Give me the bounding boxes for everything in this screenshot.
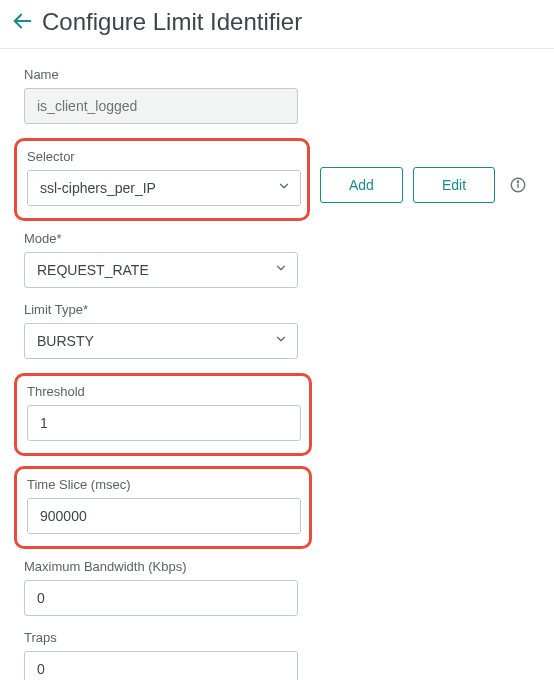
add-button[interactable]: Add	[320, 167, 403, 203]
selector-value: ssl-ciphers_per_IP	[40, 180, 156, 196]
field-name: Name	[24, 67, 530, 124]
selector-row: Selector ssl-ciphers_per_IP Add Edit	[24, 138, 530, 231]
field-traps: Traps	[24, 630, 530, 680]
mode-select-wrapper: REQUEST_RATE	[24, 252, 298, 288]
selector-select[interactable]: ssl-ciphers_per_IP	[27, 170, 301, 206]
dialog-header: Configure Limit Identifier	[0, 0, 554, 49]
limit-type-select[interactable]: BURSTY	[24, 323, 298, 359]
traps-input[interactable]	[24, 651, 298, 680]
mode-value: REQUEST_RATE	[37, 262, 149, 278]
mode-label: Mode*	[24, 231, 530, 246]
traps-label: Traps	[24, 630, 530, 645]
time-slice-label: Time Slice (msec)	[27, 477, 299, 492]
selector-highlight: Selector ssl-ciphers_per_IP	[14, 138, 310, 221]
form-body: Name Selector ssl-ciphers_per_IP Add Edi…	[0, 49, 554, 680]
name-input[interactable]	[24, 88, 298, 124]
info-icon[interactable]	[509, 176, 527, 194]
dialog-title: Configure Limit Identifier	[42, 8, 302, 36]
selector-label: Selector	[27, 149, 297, 164]
field-limit-type: Limit Type* BURSTY	[24, 302, 530, 359]
time-slice-highlight: Time Slice (msec)	[14, 466, 312, 549]
name-label: Name	[24, 67, 530, 82]
max-bandwidth-input[interactable]	[24, 580, 298, 616]
back-arrow-icon[interactable]	[12, 11, 34, 33]
svg-point-2	[517, 181, 518, 182]
edit-button[interactable]: Edit	[413, 167, 495, 203]
limit-type-select-wrapper: BURSTY	[24, 323, 298, 359]
threshold-input[interactable]	[27, 405, 301, 441]
selector-select-wrapper: ssl-ciphers_per_IP	[27, 170, 301, 206]
field-mode: Mode* REQUEST_RATE	[24, 231, 530, 288]
time-slice-input[interactable]	[27, 498, 301, 534]
limit-type-label: Limit Type*	[24, 302, 530, 317]
field-max-bandwidth: Maximum Bandwidth (Kbps)	[24, 559, 530, 616]
threshold-highlight: Threshold	[14, 373, 312, 456]
max-bandwidth-label: Maximum Bandwidth (Kbps)	[24, 559, 530, 574]
mode-select[interactable]: REQUEST_RATE	[24, 252, 298, 288]
threshold-label: Threshold	[27, 384, 299, 399]
limit-type-value: BURSTY	[37, 333, 94, 349]
